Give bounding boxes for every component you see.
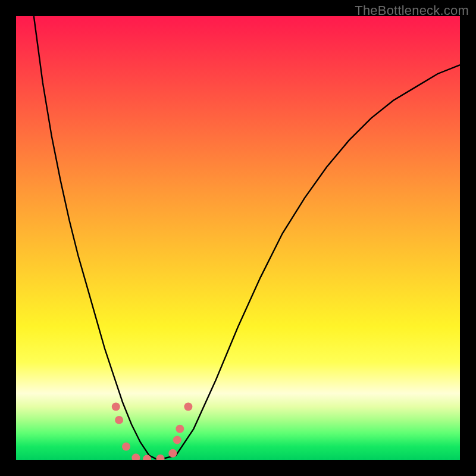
data-marker [115,416,123,424]
data-marker [168,449,177,458]
data-marker [122,443,130,451]
data-marker [176,425,184,433]
data-marker [184,403,192,411]
data-marker [131,453,140,460]
marker-group [112,403,193,461]
chart-frame [16,16,460,460]
data-marker [173,436,181,444]
bottleneck-chart [16,16,460,460]
data-marker [112,403,120,411]
data-marker [156,455,165,460]
bottleneck-curve-path [34,16,460,460]
